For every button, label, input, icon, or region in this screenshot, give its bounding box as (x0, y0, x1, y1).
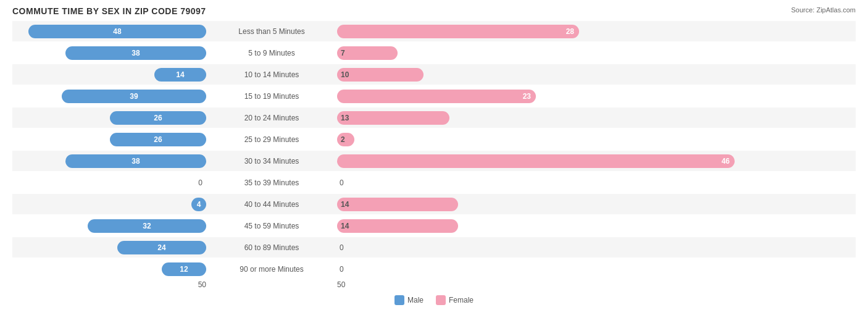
female-label: Female (449, 296, 474, 304)
male-bar: 12 (162, 262, 206, 276)
female-bar: 10 (337, 68, 424, 82)
row-label: 60 to 89 Minutes (210, 243, 333, 252)
female-swatch (436, 295, 446, 305)
chart-row: 1410 to 14 Minutes10 (12, 64, 856, 85)
right-section: 46 (333, 154, 856, 168)
male-value: 48 (108, 27, 126, 36)
chart-area: 48Less than 5 Minutes28385 to 9 Minutes7… (12, 21, 856, 289)
left-axis-label: 50 (12, 280, 210, 289)
female-bar: 28 (337, 25, 579, 38)
right-section: 0 (333, 243, 856, 252)
male-value: 38 (127, 157, 144, 166)
chart-title: COMMUTE TIME BY SEX IN ZIP CODE 79097 (12, 6, 206, 16)
legend: Male Female (12, 295, 856, 305)
chart-row: 2625 to 29 Minutes2 (12, 129, 856, 149)
chart-row: 2620 to 24 Minutes13 (12, 107, 856, 128)
chart-row: 48Less than 5 Minutes28 (12, 21, 856, 41)
male-value: 39 (125, 92, 143, 101)
right-section: 14 (333, 219, 856, 233)
right-section: 10 (333, 68, 856, 82)
female-bar: 46 (337, 154, 735, 168)
female-bar: 13 (337, 111, 449, 125)
legend-female: Female (436, 295, 474, 305)
female-value: 10 (341, 70, 349, 79)
female-value: 2 (341, 135, 345, 144)
row-label: 40 to 44 Minutes (210, 200, 333, 209)
right-section: 2 (333, 133, 856, 146)
female-value: 14 (341, 222, 349, 230)
source-text: Source: ZipAtlas.com (791, 6, 856, 14)
female-value: 13 (341, 114, 349, 122)
row-label: 25 to 29 Minutes (210, 135, 333, 144)
row-label: 90 or more Minutes (210, 265, 333, 274)
male-bar: 4 (191, 198, 206, 211)
female-value: 0 (340, 265, 344, 274)
female-value: 46 (722, 157, 730, 166)
female-bar: 14 (337, 219, 458, 233)
male-value: 4 (192, 200, 206, 209)
chart-row: 1290 or more Minutes0 (12, 259, 856, 279)
female-value: 23 (523, 92, 531, 101)
male-bar: 24 (117, 241, 206, 254)
male-bar: 32 (88, 219, 206, 233)
male-value: 24 (152, 243, 170, 252)
male-swatch (394, 295, 404, 305)
right-section: 7 (333, 46, 856, 60)
male-value: 14 (171, 70, 189, 79)
right-section: 0 (333, 265, 856, 274)
right-section: 14 (333, 198, 856, 211)
male-value: 0 (198, 178, 202, 187)
female-bar: 2 (337, 133, 354, 146)
male-value: 12 (175, 265, 193, 274)
right-section: 23 (333, 90, 856, 103)
female-value: 28 (566, 27, 574, 36)
axis-row: 5050 (12, 280, 856, 289)
chart-row: 3915 to 19 Minutes23 (12, 86, 856, 106)
chart-row: 385 to 9 Minutes7 (12, 43, 856, 63)
male-bar: 38 (65, 154, 206, 168)
female-bar: 7 (337, 46, 398, 60)
row-label: 45 to 59 Minutes (210, 222, 333, 230)
right-section: 13 (333, 111, 856, 125)
right-axis-label: 50 (333, 280, 856, 289)
male-value: 38 (127, 49, 144, 57)
female-bar: 23 (337, 90, 536, 103)
row-label: 15 to 19 Minutes (210, 92, 333, 101)
legend-male: Male (394, 295, 424, 305)
female-bar: 14 (337, 198, 458, 211)
chart-row: 3245 to 59 Minutes14 (12, 216, 856, 236)
male-bar: 48 (28, 25, 206, 38)
male-value: 26 (149, 135, 167, 144)
male-value: 26 (149, 114, 167, 122)
row-label: 35 to 39 Minutes (210, 178, 333, 187)
female-value: 0 (340, 243, 344, 252)
female-value: 7 (341, 49, 345, 57)
chart-row: 3830 to 34 Minutes46 (12, 151, 856, 171)
male-label: Male (407, 296, 424, 304)
row-label: 5 to 9 Minutes (210, 49, 333, 57)
chart-row: 035 to 39 Minutes0 (12, 172, 856, 193)
male-value: 32 (138, 222, 156, 230)
male-bar: 39 (62, 90, 206, 103)
chart-row: 440 to 44 Minutes14 (12, 194, 856, 214)
right-section: 0 (333, 178, 856, 187)
row-label: Less than 5 Minutes (210, 27, 333, 36)
male-bar: 38 (65, 46, 206, 60)
male-bar: 14 (154, 68, 206, 82)
female-value: 14 (341, 200, 349, 209)
right-section: 28 (333, 25, 856, 38)
female-value: 0 (340, 178, 344, 187)
male-bar: 26 (110, 133, 206, 146)
chart-row: 2460 to 89 Minutes0 (12, 237, 856, 258)
row-label: 20 to 24 Minutes (210, 114, 333, 122)
male-bar: 26 (110, 111, 206, 125)
row-label: 10 to 14 Minutes (210, 70, 333, 79)
left-section: 0 (12, 178, 210, 187)
row-label: 30 to 34 Minutes (210, 157, 333, 166)
